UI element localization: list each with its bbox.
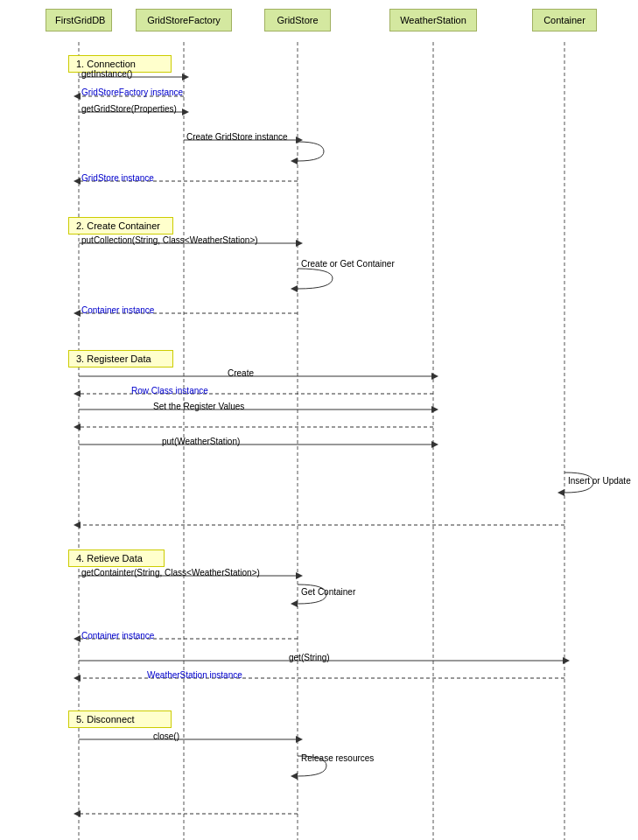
svg-marker-8 xyxy=(74,93,81,100)
svg-marker-26 xyxy=(431,406,438,413)
label-create-gridstore: Create GridStore instance xyxy=(186,132,288,142)
svg-marker-6 xyxy=(182,74,189,80)
label-getcontainer: Get Container xyxy=(301,587,355,597)
label-put: put(WeatherStation) xyxy=(162,437,240,446)
svg-marker-40 xyxy=(563,657,570,664)
svg-marker-35 xyxy=(296,572,303,579)
label-getgridstore: getGridStore(Properties) xyxy=(81,104,177,114)
svg-marker-30 xyxy=(431,441,438,448)
lifeline-gridstore: GridStore xyxy=(264,9,331,32)
label-getcontainter: getContainter(String, Class<WeatherStati… xyxy=(81,568,260,578)
svg-marker-10 xyxy=(182,108,189,116)
label-setregister: Set the Register Values xyxy=(153,402,244,411)
section-3: 3. Registeer Data xyxy=(68,350,173,368)
label-close: close() xyxy=(153,732,179,741)
label-createorget: Create or Get Container xyxy=(301,259,395,269)
svg-marker-15 xyxy=(74,178,81,185)
label-insertorupdate: Insert or Update xyxy=(568,476,631,486)
label-create: Create xyxy=(228,368,254,378)
svg-marker-38 xyxy=(74,635,81,642)
section-5: 5. Disconnect xyxy=(68,710,172,728)
label-container-instance-1: Container instance xyxy=(81,305,154,315)
lifeline-weatherstation: WeatherStation xyxy=(389,9,477,32)
label-weatherstation-instance: WeatherStation instance xyxy=(147,670,242,680)
label-container-instance-2: Container instance xyxy=(81,631,154,640)
lifeline-container: Container xyxy=(532,9,597,32)
svg-marker-44 xyxy=(296,736,303,743)
lifeline-firstgriddb: FirstGridDB xyxy=(46,9,112,32)
svg-marker-28 xyxy=(74,424,81,430)
svg-marker-47 xyxy=(74,810,81,817)
svg-marker-12 xyxy=(296,136,303,144)
section-4: 4. Retieve Data xyxy=(68,550,165,567)
svg-marker-31 xyxy=(557,489,564,496)
svg-marker-42 xyxy=(74,675,81,682)
svg-marker-36 xyxy=(291,600,298,607)
label-gridstore-instance: GridStore instance xyxy=(81,173,154,183)
label-release: Release resources xyxy=(301,753,374,763)
label-rowclass: Row Class instance xyxy=(131,386,208,396)
label-gridstorefactory-instance: GridStoreFactory instance xyxy=(81,88,183,97)
section-2: 2. Create Container xyxy=(68,217,173,234)
label-getinstance: getInstance() xyxy=(81,69,132,79)
label-putcollection: putCollection(String, Class<WeatherStati… xyxy=(81,235,258,245)
svg-marker-13 xyxy=(291,158,298,164)
svg-marker-33 xyxy=(74,522,81,528)
label-getstring: get(String) xyxy=(289,653,330,662)
svg-marker-24 xyxy=(74,390,81,397)
svg-marker-22 xyxy=(431,373,438,380)
lifeline-gridstorefactory: GridStoreFactory xyxy=(136,9,232,32)
svg-marker-18 xyxy=(291,285,298,292)
sequence-diagram: FirstGridDB GridStoreFactory GridStore W… xyxy=(0,0,638,840)
svg-marker-45 xyxy=(291,773,298,780)
svg-marker-17 xyxy=(296,240,303,247)
svg-marker-20 xyxy=(74,310,81,317)
